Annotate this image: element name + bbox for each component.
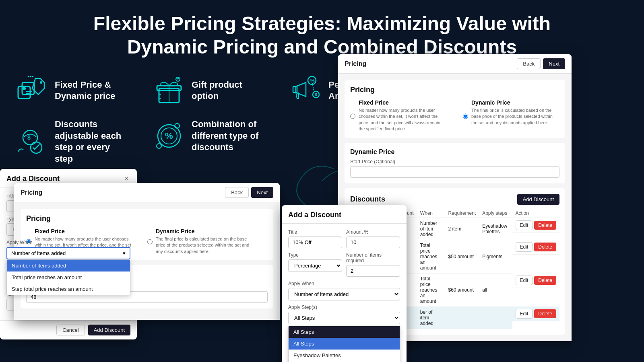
type-required-row: Type Percentage Amount Number of items r… xyxy=(288,252,400,277)
row-apply-steps: all xyxy=(479,273,512,306)
dropdown-item-all-steps-active[interactable]: All Steps xyxy=(289,338,400,350)
cancel-button[interactable]: Cancel xyxy=(56,325,85,335)
price-tag-icon xyxy=(16,74,48,107)
feature-adjustable-discounts: $ Discounts adjustable each step or ever… xyxy=(16,119,129,165)
svg-point-2 xyxy=(23,87,26,90)
fixed-price-option[interactable]: Fixed Price No matter how many products … xyxy=(350,99,447,132)
megaphone-discount-icon: % $ xyxy=(290,74,322,107)
apply-steps-select[interactable]: All Steps xyxy=(288,312,400,324)
feature-combination-text: Combination of different type of discoun… xyxy=(192,119,266,153)
items-required-col: Number of items required xyxy=(346,252,400,277)
apply-when-item-step-total[interactable]: Step total price reaches an amount xyxy=(7,283,130,295)
dropdown-item-all-steps-top[interactable]: All Steps xyxy=(289,326,400,338)
row-action: Edit Delete xyxy=(512,273,559,288)
svg-text:$: $ xyxy=(315,93,317,97)
items-required-input[interactable] xyxy=(346,265,400,277)
dynamic-price-option[interactable]: Dynamic Price The final price is calcula… xyxy=(463,99,559,132)
edit-button[interactable]: Edit xyxy=(516,242,533,252)
fixed-price-label: Fixed Price xyxy=(359,99,389,106)
row-action: Edit Delete xyxy=(512,218,559,233)
apply-when-dropdown[interactable]: Number of items added Total price reache… xyxy=(6,259,130,295)
add-discount-1-title: Add a Discount xyxy=(282,205,407,224)
svg-point-23 xyxy=(157,144,161,148)
title-col: Title xyxy=(288,229,342,248)
delete-button[interactable]: Delete xyxy=(534,221,556,230)
row-when: Number of item added xyxy=(417,218,445,240)
col-requirement: Requirement xyxy=(445,209,479,218)
fixed-pricing-section-title: Pricing xyxy=(26,214,268,223)
dynamic-price-section: Dynamic Price Start Price (Optional) xyxy=(345,143,565,183)
fp-dynamic-desc: The final price is calculated based on t… xyxy=(156,236,252,255)
fixed-back-button[interactable]: Back xyxy=(225,187,249,198)
row-apply-steps xyxy=(479,306,512,329)
dynamic-price-desc: The final price is calculated based on t… xyxy=(471,107,559,126)
col-when: When xyxy=(417,209,445,218)
fp-dynamic-radio-option[interactable]: Dynamic Price The final price is calcula… xyxy=(147,228,252,255)
delete-button[interactable]: Delete xyxy=(534,243,556,251)
row-apply-steps: Eyeshadow Palettes xyxy=(479,218,512,240)
add-discount-2-footer: Cancel Add Discount xyxy=(0,320,137,339)
apply-when-select[interactable]: Number of items added Total price reache… xyxy=(288,288,400,300)
svg-point-5 xyxy=(40,81,42,84)
apply-steps-row: Apply Step(s) All Steps xyxy=(288,304,400,324)
feature-gift-text: Gift product option xyxy=(192,79,266,102)
pricing-radio-group: Fixed Price No matter how many products … xyxy=(350,99,559,132)
row-action: Edit Delete xyxy=(512,306,559,321)
add-discount-1-body: Title Amount % Type Percentage Amount Nu… xyxy=(282,224,407,362)
discount-title-input[interactable] xyxy=(288,237,342,248)
type-select[interactable]: Percentage Amount xyxy=(288,259,342,272)
svg-rect-10 xyxy=(293,86,297,93)
row-when: Total price reaches an amount xyxy=(417,240,445,273)
col-apply-steps: Apply steps xyxy=(479,209,512,218)
type-col: Type Percentage Amount xyxy=(288,252,342,277)
feature-fixed-dynamic: Fixed Price & Dynamic price xyxy=(16,74,129,107)
row-when: ber of item added xyxy=(417,306,445,329)
discounts-title: Discounts xyxy=(350,195,385,204)
delete-button[interactable]: Delete xyxy=(534,276,556,285)
row-requirement: 2 item xyxy=(445,218,479,240)
feature-gift-product: Gift product option xyxy=(153,74,266,107)
apply-when-label: Apply When xyxy=(288,281,400,286)
add-discount-2-button[interactable]: Add Discount xyxy=(88,325,130,335)
fixed-price-radio[interactable] xyxy=(350,100,355,132)
apply-when-item-total-price[interactable]: Total price reaches an amount xyxy=(7,272,130,283)
add-discount-window-1: Add a Discount Title Amount % Type Perce… xyxy=(282,205,407,362)
apply-steps-label: Apply Step(s) xyxy=(288,304,400,310)
dynamic-price-radio[interactable] xyxy=(463,100,468,132)
amount-field-label: Amount % xyxy=(346,229,400,235)
main-back-button[interactable]: Back xyxy=(517,58,541,69)
fixed-pricing-title: Pricing xyxy=(21,189,42,196)
discounts-header: Discounts Add Discount xyxy=(350,194,559,205)
edit-button[interactable]: Edit xyxy=(516,309,533,319)
edit-button[interactable]: Edit xyxy=(516,276,533,285)
add-discount-2-title: Add a Discount xyxy=(6,175,60,183)
adjustable-discount-icon: $ xyxy=(16,125,48,158)
start-price-label: Start Price (Optional) xyxy=(350,159,559,165)
close-button[interactable]: × xyxy=(123,175,130,183)
apply-when2-select[interactable]: Number of items added ▾ xyxy=(6,247,130,259)
start-price-input[interactable] xyxy=(350,166,559,178)
row-action: Edit Delete xyxy=(512,240,559,255)
main-next-button[interactable]: Next xyxy=(543,58,565,69)
title-field-label: Title xyxy=(288,229,342,235)
feature-combination: % Combination of different type of disco… xyxy=(153,119,266,153)
discount-amount-input[interactable] xyxy=(346,237,400,248)
apply-when-item-number[interactable]: Number of items added xyxy=(7,260,130,272)
dynamic-price-label: Dynamic Price xyxy=(471,99,510,106)
feature-fixed-dynamic-text: Fixed Price & Dynamic price xyxy=(55,79,129,102)
row-requirement: $60 amount xyxy=(445,273,479,306)
svg-text:$: $ xyxy=(27,134,31,141)
main-pricing-window-header: Pricing Back Next xyxy=(338,54,572,74)
title-amount-row: Title Amount % xyxy=(288,229,400,248)
dropdown-item-eyeshadow[interactable]: Eyeshadow Palettes xyxy=(289,350,400,361)
edit-button[interactable]: Edit xyxy=(516,220,533,230)
fp-dynamic-radio[interactable] xyxy=(147,229,153,255)
main-pricing-section-title: Pricing xyxy=(350,86,559,94)
fixed-next-button[interactable]: Next xyxy=(251,187,273,198)
row-requirement xyxy=(445,306,479,329)
apply-steps-dropdown[interactable]: All Steps All Steps Eyeshadow Palettes P… xyxy=(288,326,400,362)
delete-button[interactable]: Delete xyxy=(534,309,556,318)
gift-icon xyxy=(153,74,185,107)
apply-when2-value: Number of items added xyxy=(11,250,66,256)
add-discount-button[interactable]: Add Discount xyxy=(517,194,559,205)
